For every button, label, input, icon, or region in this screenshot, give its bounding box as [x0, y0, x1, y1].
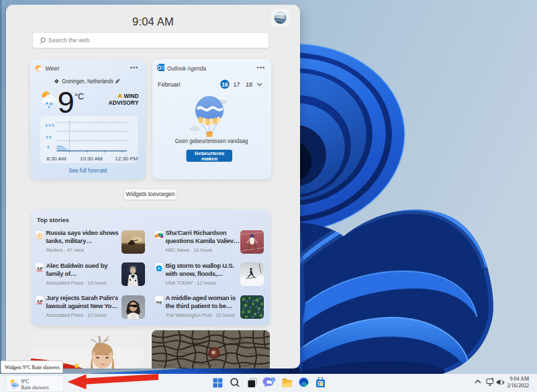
svg-text:AP: AP	[36, 266, 43, 271]
svg-text:Weer: Weer	[46, 65, 60, 72]
svg-text:12:30 PM: 12:30 PM	[115, 156, 138, 162]
svg-text:twp: twp	[156, 299, 162, 303]
svg-text:°C: °C	[75, 92, 84, 101]
svg-text:16: 16	[222, 81, 228, 88]
svg-text:18: 18	[246, 81, 252, 88]
svg-text:17: 17	[233, 81, 240, 88]
svg-text:Februari: Februari	[158, 81, 181, 88]
svg-text:Geen gebeurtenissen vandaag: Geen gebeurtenissen vandaag	[175, 137, 248, 144]
svg-text:8:30 AM: 8:30 AM	[46, 156, 66, 162]
svg-text:maken: maken	[201, 156, 217, 162]
svg-text:10:30 AM: 10:30 AM	[80, 156, 103, 162]
svg-text:Groningen, Netherlands: Groningen, Netherlands	[62, 78, 113, 85]
svg-text:ADVISORY: ADVISORY	[109, 99, 140, 106]
svg-text:Outlook Agenda: Outlook Agenda	[167, 64, 207, 72]
svg-text:S: S	[272, 378, 274, 382]
svg-text:AP: AP	[36, 299, 43, 304]
svg-text:•••: •••	[257, 64, 265, 71]
svg-text:9: 9	[58, 85, 75, 119]
svg-text:See full forecast: See full forecast	[69, 166, 107, 174]
svg-text:•••: •••	[130, 64, 138, 71]
